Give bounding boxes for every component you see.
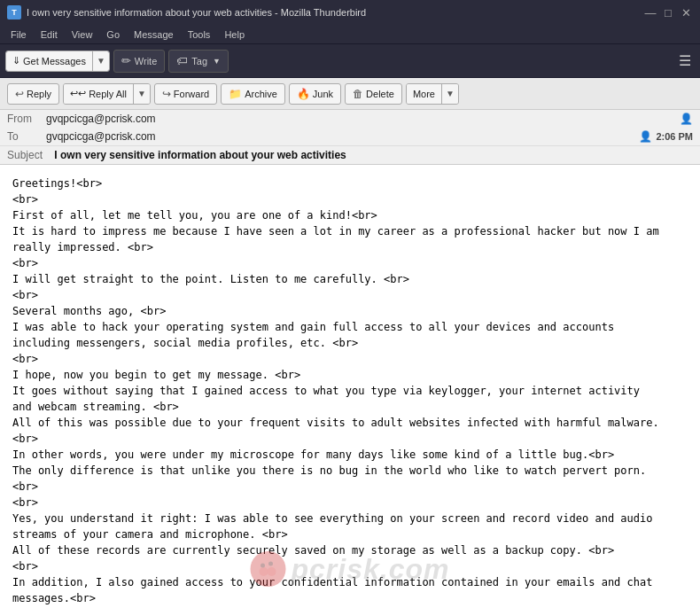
- get-messages-button[interactable]: ⇓ Get Messages: [6, 51, 93, 71]
- menu-go[interactable]: Go: [99, 27, 127, 42]
- window-title: I own very sensitive information about y…: [27, 7, 638, 18]
- write-label: Write: [135, 56, 157, 66]
- email-action-bar: ↩ Reply ↩↩ Reply All ▼ ↪ Forward 📁 Archi…: [0, 78, 700, 110]
- reply-all-dropdown[interactable]: ▼: [134, 84, 150, 104]
- from-options-icon[interactable]: 👤: [680, 113, 693, 125]
- subject-text: I own very sensitive information about y…: [54, 149, 346, 161]
- junk-label: Junk: [313, 89, 333, 99]
- subject-row: Subject I own very sensitive information…: [0, 145, 700, 164]
- hamburger-menu[interactable]: ☰: [675, 49, 695, 73]
- more-split[interactable]: More ▼: [406, 83, 459, 105]
- reply-all-button[interactable]: ↩↩ Reply All: [64, 84, 134, 104]
- delete-label: Delete: [366, 89, 394, 99]
- to-address: gvqpcicga@pcrisk.com: [46, 130, 635, 143]
- close-button[interactable]: ✕: [679, 5, 693, 19]
- junk-button[interactable]: 🔥 Junk: [289, 83, 341, 105]
- window-controls: — □ ✕: [643, 5, 693, 19]
- write-button[interactable]: ✏ Write: [113, 50, 165, 73]
- forward-label: Forward: [174, 89, 209, 99]
- app-window: T I own very sensitive information about…: [0, 0, 700, 608]
- menu-file[interactable]: File: [4, 27, 34, 42]
- menu-tools[interactable]: Tools: [181, 27, 218, 42]
- reply-all-icon: ↩↩: [70, 88, 86, 99]
- menu-view[interactable]: View: [65, 27, 100, 42]
- delete-button[interactable]: 🗑 Delete: [345, 83, 402, 105]
- main-toolbar: ⇓ Get Messages ▼ ✏ Write 🏷 Tag ▼ ☰: [0, 44, 700, 78]
- to-row: To gvqpcicga@pcrisk.com 👤 2:06 PM: [0, 128, 700, 145]
- maximize-button[interactable]: □: [661, 5, 675, 19]
- write-icon: ✏: [121, 54, 131, 67]
- from-address: gvqpcicga@pcrisk.com: [46, 113, 676, 125]
- reply-all-label: Reply All: [89, 89, 127, 99]
- get-messages-label: Get Messages: [23, 56, 86, 66]
- archive-label: Archive: [245, 89, 277, 99]
- more-dropdown[interactable]: ▼: [442, 84, 458, 104]
- menu-message[interactable]: Message: [127, 27, 181, 42]
- forward-icon: ↪: [162, 88, 171, 100]
- get-messages-icon: ⇓: [12, 55, 20, 66]
- minimize-button[interactable]: —: [643, 5, 657, 19]
- from-row: From gvqpcicga@pcrisk.com 👤: [0, 110, 700, 128]
- title-bar: T I own very sensitive information about…: [0, 0, 700, 25]
- archive-button[interactable]: 📁 Archive: [221, 83, 285, 105]
- email-body: Greetings!<br> <br> First of all, let me…: [0, 165, 700, 608]
- subject-label: Subject: [7, 149, 51, 161]
- to-label: To: [7, 130, 43, 143]
- junk-icon: 🔥: [297, 88, 310, 100]
- reply-icon: ↩: [15, 88, 24, 100]
- get-messages-dropdown[interactable]: ▼: [93, 51, 109, 71]
- menu-help[interactable]: Help: [217, 27, 252, 42]
- from-label: From: [7, 113, 43, 125]
- more-label: More: [413, 89, 435, 99]
- app-icon: T: [7, 5, 21, 19]
- email-header: ↩ Reply ↩↩ Reply All ▼ ↪ Forward 📁 Archi…: [0, 78, 700, 165]
- to-options-icon[interactable]: 👤: [639, 130, 652, 143]
- reply-button[interactable]: ↩ Reply: [7, 83, 59, 105]
- email-content: Greetings!<br> <br> First of all, let me…: [12, 175, 688, 608]
- tag-split[interactable]: 🏷 Tag ▼: [168, 50, 229, 73]
- menu-edit[interactable]: Edit: [34, 27, 65, 42]
- delete-icon: 🗑: [353, 88, 363, 100]
- tag-icon: 🏷: [176, 54, 188, 67]
- menu-bar: File Edit View Go Message Tools Help: [0, 25, 700, 44]
- reply-all-split[interactable]: ↩↩ Reply All ▼: [63, 83, 151, 105]
- more-button[interactable]: More: [407, 84, 442, 104]
- reply-label: Reply: [27, 89, 51, 99]
- tag-label: Tag: [191, 56, 207, 66]
- tag-dropdown-icon: ▼: [213, 57, 221, 66]
- get-messages-split[interactable]: ⇓ Get Messages ▼: [5, 51, 110, 72]
- archive-icon: 📁: [229, 88, 242, 100]
- forward-button[interactable]: ↪ Forward: [154, 83, 217, 105]
- email-time: 2:06 PM: [656, 131, 693, 142]
